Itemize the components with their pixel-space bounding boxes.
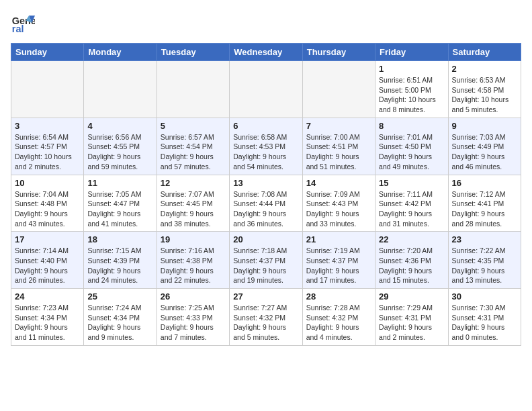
day-number: 1: [379, 64, 444, 74]
svg-text:ral: ral: [12, 24, 24, 34]
calendar-cell: 17Sunrise: 7:14 AM Sunset: 4:40 PM Dayli…: [11, 232, 84, 289]
day-number: 4: [87, 121, 152, 131]
day-number: 15: [379, 178, 444, 188]
logo-icon: Gene ral: [11, 11, 35, 35]
day-number: 26: [161, 291, 226, 302]
weekday-header-row: SundayMondayTuesdayWednesdayThursdayFrid…: [11, 44, 521, 61]
calendar-cell: 12Sunrise: 7:07 AM Sunset: 4:45 PM Dayli…: [157, 175, 229, 232]
day-number: 22: [379, 234, 444, 244]
day-info: Sunrise: 7:27 AM Sunset: 4:32 PM Dayligh…: [233, 303, 298, 342]
calendar-cell: 8Sunrise: 7:01 AM Sunset: 4:50 PM Daylig…: [375, 118, 448, 175]
day-number: 8: [379, 121, 444, 131]
day-number: 12: [161, 178, 226, 188]
calendar-cell: 24Sunrise: 7:23 AM Sunset: 4:34 PM Dayli…: [11, 289, 84, 346]
day-info: Sunrise: 7:07 AM Sunset: 4:45 PM Dayligh…: [161, 189, 226, 229]
week-row-1: 1Sunrise: 6:51 AM Sunset: 5:00 PM Daylig…: [11, 61, 521, 118]
day-number: 17: [15, 234, 80, 244]
day-info: Sunrise: 7:18 AM Sunset: 4:37 PM Dayligh…: [233, 246, 298, 285]
day-number: 28: [306, 291, 371, 302]
weekday-header-sunday: Sunday: [11, 44, 84, 61]
calendar-cell: 16Sunrise: 7:12 AM Sunset: 4:41 PM Dayli…: [448, 175, 521, 232]
day-info: Sunrise: 7:22 AM Sunset: 4:35 PM Dayligh…: [452, 246, 517, 285]
week-row-2: 3Sunrise: 6:54 AM Sunset: 4:57 PM Daylig…: [11, 118, 521, 175]
page-header: Gene ral: [11, 11, 521, 35]
calendar-cell: 9Sunrise: 7:03 AM Sunset: 4:49 PM Daylig…: [448, 118, 521, 175]
logo: Gene ral: [11, 11, 38, 35]
day-info: Sunrise: 7:03 AM Sunset: 4:49 PM Dayligh…: [452, 132, 517, 172]
week-row-4: 17Sunrise: 7:14 AM Sunset: 4:40 PM Dayli…: [11, 232, 521, 289]
day-info: Sunrise: 6:58 AM Sunset: 4:53 PM Dayligh…: [233, 132, 298, 172]
day-number: 23: [452, 234, 517, 244]
calendar-cell: 21Sunrise: 7:19 AM Sunset: 4:37 PM Dayli…: [302, 232, 375, 289]
calendar-cell: 25Sunrise: 7:24 AM Sunset: 4:34 PM Dayli…: [84, 289, 157, 346]
day-number: 14: [306, 178, 371, 188]
calendar-cell: 20Sunrise: 7:18 AM Sunset: 4:37 PM Dayli…: [230, 232, 302, 289]
calendar-cell: 22Sunrise: 7:20 AM Sunset: 4:36 PM Dayli…: [375, 232, 448, 289]
calendar-cell: 29Sunrise: 7:29 AM Sunset: 4:31 PM Dayli…: [375, 289, 448, 346]
day-number: 16: [452, 178, 517, 188]
day-number: 6: [233, 121, 298, 131]
calendar-cell: [230, 61, 302, 118]
day-info: Sunrise: 6:54 AM Sunset: 4:57 PM Dayligh…: [15, 132, 80, 172]
day-info: Sunrise: 7:08 AM Sunset: 4:44 PM Dayligh…: [233, 189, 298, 229]
calendar-cell: 6Sunrise: 6:58 AM Sunset: 4:53 PM Daylig…: [230, 118, 302, 175]
day-info: Sunrise: 7:14 AM Sunset: 4:40 PM Dayligh…: [15, 246, 80, 285]
day-info: Sunrise: 7:25 AM Sunset: 4:33 PM Dayligh…: [161, 303, 226, 342]
weekday-header-saturday: Saturday: [448, 44, 521, 61]
calendar-cell: 14Sunrise: 7:09 AM Sunset: 4:43 PM Dayli…: [302, 175, 375, 232]
day-info: Sunrise: 7:29 AM Sunset: 4:31 PM Dayligh…: [379, 303, 444, 342]
calendar-table: SundayMondayTuesdayWednesdayThursdayFrid…: [11, 43, 521, 346]
day-info: Sunrise: 7:16 AM Sunset: 4:38 PM Dayligh…: [161, 246, 226, 285]
day-info: Sunrise: 7:28 AM Sunset: 4:32 PM Dayligh…: [306, 303, 371, 342]
day-info: Sunrise: 7:30 AM Sunset: 4:31 PM Dayligh…: [452, 303, 517, 342]
day-info: Sunrise: 7:12 AM Sunset: 4:41 PM Dayligh…: [452, 189, 517, 229]
day-info: Sunrise: 7:05 AM Sunset: 4:47 PM Dayligh…: [87, 189, 152, 229]
day-number: 21: [306, 234, 371, 244]
calendar-cell: 18Sunrise: 7:15 AM Sunset: 4:39 PM Dayli…: [84, 232, 157, 289]
day-number: 29: [379, 291, 444, 302]
calendar-cell: 7Sunrise: 7:00 AM Sunset: 4:51 PM Daylig…: [302, 118, 375, 175]
day-number: 3: [15, 121, 80, 131]
day-info: Sunrise: 6:56 AM Sunset: 4:55 PM Dayligh…: [87, 132, 152, 172]
calendar-cell: 5Sunrise: 6:57 AM Sunset: 4:54 PM Daylig…: [157, 118, 229, 175]
calendar-cell: [11, 61, 84, 118]
calendar-cell: 13Sunrise: 7:08 AM Sunset: 4:44 PM Dayli…: [230, 175, 302, 232]
day-number: 25: [87, 291, 152, 302]
day-info: Sunrise: 7:00 AM Sunset: 4:51 PM Dayligh…: [306, 132, 371, 172]
weekday-header-friday: Friday: [375, 44, 448, 61]
day-info: Sunrise: 7:15 AM Sunset: 4:39 PM Dayligh…: [87, 246, 152, 285]
calendar-cell: [302, 61, 375, 118]
day-number: 9: [452, 121, 517, 131]
day-number: 30: [452, 291, 517, 302]
day-info: Sunrise: 6:53 AM Sunset: 4:58 PM Dayligh…: [452, 75, 517, 115]
calendar-cell: 4Sunrise: 6:56 AM Sunset: 4:55 PM Daylig…: [84, 118, 157, 175]
week-row-3: 10Sunrise: 7:04 AM Sunset: 4:48 PM Dayli…: [11, 175, 521, 232]
calendar-cell: 11Sunrise: 7:05 AM Sunset: 4:47 PM Dayli…: [84, 175, 157, 232]
weekday-header-tuesday: Tuesday: [157, 44, 229, 61]
day-info: Sunrise: 6:57 AM Sunset: 4:54 PM Dayligh…: [161, 132, 226, 172]
day-number: 7: [306, 121, 371, 131]
week-row-5: 24Sunrise: 7:23 AM Sunset: 4:34 PM Dayli…: [11, 289, 521, 346]
calendar-cell: 1Sunrise: 6:51 AM Sunset: 5:00 PM Daylig…: [375, 61, 448, 118]
day-number: 10: [15, 178, 80, 188]
day-number: 20: [233, 234, 298, 244]
calendar-cell: 15Sunrise: 7:11 AM Sunset: 4:42 PM Dayli…: [375, 175, 448, 232]
weekday-header-thursday: Thursday: [302, 44, 375, 61]
day-info: Sunrise: 6:51 AM Sunset: 5:00 PM Dayligh…: [379, 75, 444, 115]
day-number: 13: [233, 178, 298, 188]
day-info: Sunrise: 7:04 AM Sunset: 4:48 PM Dayligh…: [15, 189, 80, 229]
calendar-cell: 10Sunrise: 7:04 AM Sunset: 4:48 PM Dayli…: [11, 175, 84, 232]
calendar-cell: 28Sunrise: 7:28 AM Sunset: 4:32 PM Dayli…: [302, 289, 375, 346]
day-info: Sunrise: 7:20 AM Sunset: 4:36 PM Dayligh…: [379, 246, 444, 285]
calendar-cell: 19Sunrise: 7:16 AM Sunset: 4:38 PM Dayli…: [157, 232, 229, 289]
day-number: 19: [161, 234, 226, 244]
day-info: Sunrise: 7:09 AM Sunset: 4:43 PM Dayligh…: [306, 189, 371, 229]
day-number: 18: [87, 234, 152, 244]
calendar-cell: [84, 61, 157, 118]
day-number: 2: [452, 64, 517, 74]
day-info: Sunrise: 7:24 AM Sunset: 4:34 PM Dayligh…: [87, 303, 152, 342]
calendar-cell: 3Sunrise: 6:54 AM Sunset: 4:57 PM Daylig…: [11, 118, 84, 175]
day-info: Sunrise: 7:23 AM Sunset: 4:34 PM Dayligh…: [15, 303, 80, 342]
day-info: Sunrise: 7:11 AM Sunset: 4:42 PM Dayligh…: [379, 189, 444, 229]
day-number: 27: [233, 291, 298, 302]
